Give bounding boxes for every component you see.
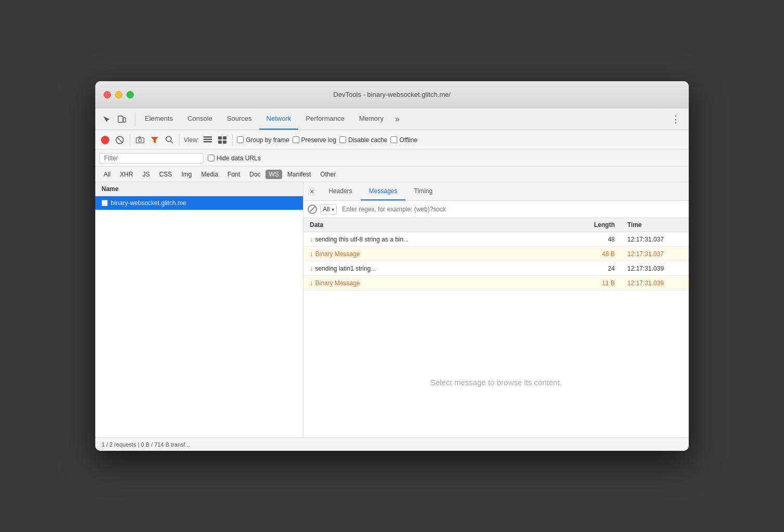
type-filter-js[interactable]: JS [138,170,154,179]
toolbar-divider-3 [232,134,233,146]
preserve-log-checkbox[interactable] [293,136,299,143]
regex-input[interactable] [340,205,685,214]
record-icon [101,136,109,144]
offline-checkbox[interactable] [390,136,397,143]
search-icon[interactable] [163,134,175,146]
toolbar-divider-1 [130,134,130,146]
devtools-window: DevTools - binary-websocket.glitch.me/ E… [95,81,689,451]
tab-console[interactable]: Console [180,108,220,130]
disable-cache-checkbox[interactable] [339,136,346,143]
message-data: sending latin1 string... [315,265,376,272]
type-filter-media[interactable]: Media [197,170,222,179]
type-filter-font[interactable]: Font [223,170,244,179]
empty-message: Select message to browse its content. [304,328,689,438]
table-header: Data Length Time [304,218,689,232]
panel-tabs: × Headers Messages Timing [304,182,689,201]
type-filter-ws[interactable]: WS [265,170,282,179]
message-data: sending this utf-8 string as a bin... [315,236,409,243]
svg-line-3 [118,138,122,142]
svg-rect-11 [204,138,212,140]
hide-data-urls-group: Hide data URLs [208,155,261,162]
maximize-button[interactable] [127,91,134,98]
svg-rect-12 [204,141,212,143]
filter-icon[interactable] [149,134,160,146]
hide-data-urls-checkbox[interactable] [208,155,214,161]
type-filter-other[interactable]: Other [316,170,340,179]
panel-tab-headers[interactable]: Headers [320,182,360,200]
traffic-lights [104,91,134,98]
type-filter-row: All XHR JS CSS Img Media Font Doc WS Man… [95,167,689,182]
tab-performance[interactable]: Performance [298,108,351,130]
time-column-header: Time [621,220,689,230]
camera-icon[interactable] [134,134,146,146]
tab-memory[interactable]: Memory [352,108,391,130]
length-cell: 48 B [569,247,621,261]
time-cell: 12:17:31.037 [621,233,689,246]
group-by-frame-label: Group by frame [246,136,289,144]
table-row[interactable]: ↓ Binary Message 48 B 12:17:31.037 [304,247,689,261]
right-panel: × Headers Messages Timing All ▾ Data Len… [304,182,689,437]
view-label: View: [184,136,199,144]
panel-close-button[interactable]: × [304,182,320,200]
offline-label: Offline [399,136,417,144]
table-row[interactable]: ↓ sending latin1 string... 24 12:17:31.0… [304,261,689,276]
view-list-icon[interactable] [202,134,213,146]
request-name: binary-websocket.glitch.me [111,199,186,207]
tab-network[interactable]: Network [259,108,299,130]
tab-overflow-button[interactable]: » [391,115,404,124]
down-arrow-icon: ↓ [310,264,313,272]
data-cell: ↓ Binary Message [304,247,569,261]
main-content: Name binary-websocket.glitch.me × Header… [95,182,689,437]
offline-group: Offline [390,136,417,144]
devtools-more-button[interactable]: ⋮ [667,111,685,127]
svg-line-9 [171,141,173,143]
tab-elements[interactable]: Elements [137,108,180,130]
data-cell: ↓ Binary Message [304,276,569,290]
type-filter-doc[interactable]: Doc [245,170,264,179]
type-filter-css[interactable]: CSS [155,170,176,179]
svg-point-8 [166,136,171,142]
message-data: Binary Message [315,250,360,258]
minimize-button[interactable] [115,91,122,98]
length-cell: 11 B [569,276,621,290]
close-button[interactable] [104,91,111,98]
svg-point-5 [138,139,142,142]
svg-rect-16 [223,141,226,144]
request-item[interactable]: binary-websocket.glitch.me [95,196,303,210]
message-filter-label: All [323,206,330,213]
device-toggle-icon[interactable] [115,112,129,126]
filter-input[interactable] [99,153,204,163]
type-filter-manifest[interactable]: Manifest [283,170,315,179]
svg-rect-6 [138,137,141,138]
panel-tab-messages[interactable]: Messages [361,182,406,200]
type-filter-all[interactable]: All [99,170,115,179]
svg-rect-1 [123,118,125,122]
message-filter-select[interactable]: All ▾ [320,204,337,214]
disable-cache-label: Disable cache [348,136,387,144]
tab-sources[interactable]: Sources [220,108,259,130]
time-cell: 12:17:31.039 [621,262,689,275]
panel-tab-timing[interactable]: Timing [406,182,441,200]
data-cell: ↓ sending latin1 string... [304,261,569,275]
group-by-frame-checkbox[interactable] [237,136,244,143]
clear-button[interactable] [114,134,125,146]
svg-rect-15 [218,141,222,144]
time-cell: 12:17:31.039 [621,276,689,290]
preserve-log-label: Preserve log [301,136,336,144]
view-group-icon[interactable] [217,134,228,146]
status-bar: 1 / 2 requests | 0 B / 714 B transf... [95,437,689,451]
left-panel: Name binary-websocket.glitch.me [95,182,304,437]
record-button[interactable] [99,134,111,146]
toolbar-divider-2 [179,134,180,146]
type-filter-xhr[interactable]: XHR [116,170,137,179]
devtools-tabbar: Elements Console Sources Network Perform… [95,108,689,130]
length-cell: 48 [569,233,621,246]
status-text: 1 / 2 requests | 0 B / 714 B transf... [102,441,190,448]
request-icon [102,200,108,206]
type-filter-img[interactable]: Img [177,170,196,179]
cursor-icon[interactable] [99,112,113,126]
table-row[interactable]: ↓ Binary Message 11 B 12:17:31.039 [304,276,689,290]
down-arrow-icon: ↓ [310,235,313,243]
table-row[interactable]: ↓ sending this utf-8 string as a bin... … [304,232,689,247]
down-arrow-icon: ↓ [310,279,313,287]
